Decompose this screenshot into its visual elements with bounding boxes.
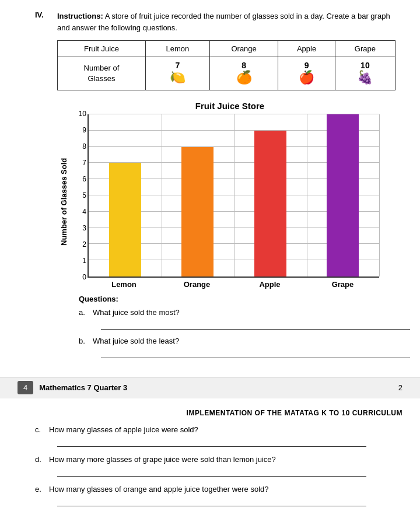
x-label-lemon: Lemon <box>88 278 160 289</box>
q-d-text: How many more glasses of grape juice wer… <box>49 455 276 464</box>
ytick-3: 3 <box>82 224 86 232</box>
ytick-6: 6 <box>82 175 86 183</box>
orange-count: 8 <box>242 61 246 70</box>
curriculum-header: IMPLEMENTATION OF THE MATATAG K TO 10 CU… <box>35 409 402 417</box>
q-a-text: What juice sold the most? <box>93 308 180 317</box>
page-2: IMPLEMENTATION OF THE MATATAG K TO 10 CU… <box>0 398 420 518</box>
answer-line-a[interactable] <box>101 319 410 330</box>
question-e: e. How many glasses of orange and apple … <box>35 485 402 494</box>
grape-count: 10 <box>360 61 370 70</box>
answer-line-c[interactable] <box>57 436 366 447</box>
question-b: b. What juice sold the least? <box>79 337 402 345</box>
ytick-0: 0 <box>82 273 86 281</box>
bar-apple <box>254 131 286 276</box>
chart-section: Fruit Juice Store Number of Glasses Sold… <box>57 101 402 289</box>
chart-grid <box>88 114 379 278</box>
apple-emoji: 🍎 <box>283 70 330 85</box>
chart-title: Fruit Juice Store <box>57 101 402 111</box>
vgridline-4 <box>379 114 380 276</box>
ytick-5: 5 <box>82 191 86 200</box>
cell-orange: 8 🍊 <box>210 57 278 90</box>
ytick-8: 8 <box>82 142 86 150</box>
footer-bar: 4 Mathematics 7 Quarter 3 2 <box>0 377 420 398</box>
orange-emoji: 🍊 <box>215 70 273 85</box>
questions-section: Questions: a. What juice sold the most? … <box>79 295 402 358</box>
q-c-text: How many glasses of apple juice were sol… <box>49 425 198 434</box>
instructions-label: Instructions: <box>57 12 103 20</box>
ytick-7: 7 <box>82 159 86 167</box>
q-c-letter: c. <box>35 425 46 434</box>
bars-container <box>89 114 379 276</box>
bar-group-grape <box>307 114 380 276</box>
ytick-9: 9 <box>82 126 86 134</box>
q-b-text: What juice sold the least? <box>93 337 179 345</box>
ytick-10: 10 <box>79 110 86 118</box>
q-b-letter: b. <box>79 337 89 345</box>
x-labels: Lemon Orange Apple Grape <box>88 278 379 289</box>
x-label-grape: Grape <box>306 278 379 289</box>
lemon-count: 7 <box>176 61 180 70</box>
answer-line-d[interactable] <box>57 466 366 477</box>
data-table: Fruit Juice Lemon Orange Apple Grape Num… <box>57 40 396 90</box>
bar-group-apple <box>234 114 307 276</box>
apple-count: 9 <box>304 61 309 70</box>
page-tab: 4 <box>18 381 33 394</box>
cell-apple: 9 🍎 <box>278 57 335 90</box>
ytick-2: 2 <box>82 240 86 249</box>
page-1: IV. Instructions: A store of fruit juice… <box>0 0 420 371</box>
question-d: d. How many more glasses of grape juice … <box>35 455 402 464</box>
col-header-fruitjuice: Fruit Juice <box>58 41 146 57</box>
answer-line-e[interactable] <box>57 496 366 506</box>
answer-line-b[interactable] <box>101 348 410 358</box>
q-d-letter: d. <box>35 455 46 464</box>
questions-label: Questions: <box>79 295 402 303</box>
bar-group-lemon <box>89 114 162 276</box>
instructions-text: Instructions: A store of fruit juice rec… <box>57 10 402 33</box>
x-label-apple: Apple <box>233 278 306 289</box>
bar-lemon <box>109 163 141 276</box>
q-e-letter: e. <box>35 485 46 494</box>
question-c-section: c. How many glasses of apple juice were … <box>35 425 402 447</box>
section-number: IV. <box>35 10 52 33</box>
footer-right: 2 <box>398 383 402 392</box>
bar-orange <box>181 147 214 276</box>
col-header-apple: Apple <box>278 41 335 57</box>
question-c: c. How many glasses of apple juice were … <box>35 425 402 434</box>
cell-grape: 10 🍇 <box>335 57 395 90</box>
y-axis-label: Number of Glasses Sold <box>57 114 70 289</box>
bar-grape <box>327 114 359 276</box>
ytick-1: 1 <box>82 257 86 265</box>
col-header-grape: Grape <box>335 41 395 57</box>
col-header-lemon: Lemon <box>145 41 209 57</box>
instructions-section: IV. Instructions: A store of fruit juice… <box>35 10 402 33</box>
ytick-4: 4 <box>82 208 86 216</box>
x-label-orange: Orange <box>160 278 233 289</box>
cell-lemon: 7 🍋 <box>145 57 209 90</box>
grape-emoji: 🍇 <box>340 70 390 85</box>
chart-inner: 0 1 2 3 4 5 6 7 8 9 10 <box>72 114 402 289</box>
row-label-glasses: Number ofGlasses <box>58 57 146 90</box>
question-d-section: d. How many more glasses of grape juice … <box>35 455 402 477</box>
col-header-orange: Orange <box>210 41 278 57</box>
q-e-text: How many glasses of orange and apple jui… <box>49 485 269 494</box>
question-a: a. What juice sold the most? <box>79 308 402 317</box>
question-e-section: e. How many glasses of orange and apple … <box>35 485 402 506</box>
q-a-letter: a. <box>79 308 89 317</box>
bar-group-orange <box>162 114 235 276</box>
chart-container: Number of Glasses Sold 0 1 2 3 4 5 <box>57 114 402 289</box>
lemon-emoji: 🍋 <box>150 70 205 85</box>
footer-left: Mathematics 7 Quarter 3 <box>39 383 127 392</box>
instructions-body: A store of fruit juice recorded the numb… <box>57 12 390 32</box>
